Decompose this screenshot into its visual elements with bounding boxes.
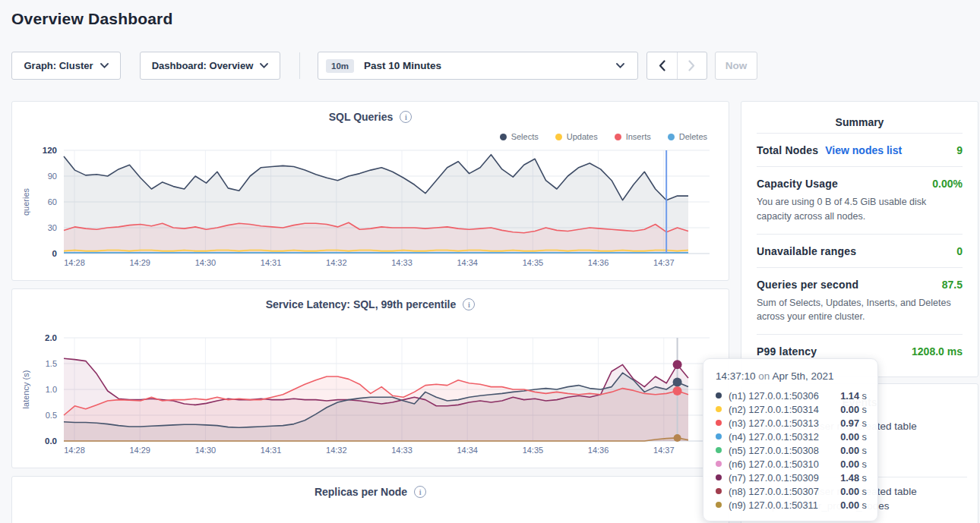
legend-item-deletes[interactable]: Deletes <box>668 132 707 141</box>
tooltip-node-row: (n5) 127.0.0.1:503080.00 s <box>716 443 867 457</box>
chevron-left-icon <box>659 60 665 71</box>
legend-dot <box>555 134 562 140</box>
node-address: (n5) 127.0.0.1:50308 <box>729 445 819 456</box>
tooltip-node-row: (n2) 127.0.0.1:503140.00 s <box>716 402 867 416</box>
tooltip-node-row: (n3) 127.0.0.1:503130.97 s <box>716 416 867 430</box>
dashboard-selector-label: Dashboard: Overview <box>152 60 254 71</box>
svg-text:14:29: 14:29 <box>129 446 150 455</box>
summary-panel: Summary Total Nodes View nodes list 9 Ca… <box>741 101 978 377</box>
dashboard-selector-dropdown[interactable]: Dashboard: Overview <box>140 52 280 80</box>
qps-value: 87.5 <box>942 279 963 291</box>
info-icon[interactable]: i <box>414 486 426 498</box>
legend-dot <box>500 134 507 140</box>
time-range-label: Past 10 Minutes <box>364 60 441 71</box>
svg-text:14:37: 14:37 <box>653 446 675 455</box>
unavailable-ranges-label: Unavailable ranges <box>757 245 856 257</box>
svg-text:0: 0 <box>52 249 57 258</box>
svg-text:14:33: 14:33 <box>391 258 413 267</box>
node-latency-value: 0.00 s <box>840 431 867 443</box>
chevron-right-icon <box>688 60 695 71</box>
chart-hover-tooltip: 14:37:10 on Apr 5th, 2021 (n1) 127.0.0.1… <box>703 358 878 521</box>
node-address: (n1) 127.0.0.1:50306 <box>729 390 819 402</box>
next-range-button[interactable] <box>677 52 707 79</box>
svg-text:14:29: 14:29 <box>129 258 150 267</box>
unavailable-ranges-value: 0 <box>956 245 963 257</box>
legend-dot <box>668 134 675 140</box>
tooltip-node-row: (n7) 127.0.0.1:503091.48 s <box>716 471 867 484</box>
controls-divider <box>299 52 300 79</box>
node-latency-value: 0.00 s <box>840 486 867 497</box>
view-nodes-list-link[interactable]: View nodes list <box>825 144 902 156</box>
series-color-dot <box>716 474 722 480</box>
svg-text:14:35: 14:35 <box>523 258 544 267</box>
svg-text:14:33: 14:33 <box>391 446 413 455</box>
tooltip-node-row: (n1) 127.0.0.1:503061.14 s <box>716 389 867 402</box>
summary-row-qps: Queries per second 87.5 Sum of Selects, … <box>757 267 963 335</box>
legend-item-updates[interactable]: Updates <box>555 132 598 141</box>
svg-text:14:31: 14:31 <box>261 446 282 455</box>
sql-queries-chart[interactable]: 030609012014:2814:2914:3014:3114:3214:33… <box>12 102 729 280</box>
svg-text:1.0: 1.0 <box>46 385 57 394</box>
chevron-down-icon <box>260 63 268 68</box>
capacity-usage-value: 0.00% <box>932 178 963 190</box>
svg-text:14:31: 14:31 <box>261 258 282 267</box>
overview-dashboard-page: Overview Dashboard Graph: Cluster Dashbo… <box>0 0 980 523</box>
summary-row-total-nodes: Total Nodes View nodes list 9 <box>757 133 963 166</box>
node-latency-value: 0.97 s <box>840 417 867 429</box>
svg-text:14:35: 14:35 <box>523 446 544 455</box>
replicas-per-node-panel: Replicas per Node i <box>11 476 729 523</box>
previous-range-button[interactable] <box>647 52 677 79</box>
chart-title: SQL Queries <box>329 111 394 123</box>
node-address: (n3) 127.0.0.1:50313 <box>729 417 819 429</box>
svg-text:60: 60 <box>48 197 57 206</box>
legend-item-selects[interactable]: Selects <box>500 132 539 141</box>
node-address: (n7) 127.0.0.1:50309 <box>729 472 819 484</box>
series-color-dot <box>716 461 722 467</box>
service-latency-chart[interactable]: 0.00.51.01.52.014:2814:2914:3014:3114:32… <box>12 289 729 468</box>
summary-row-capacity: Capacity Usage 0.00% You are using 0 B o… <box>757 166 963 234</box>
node-address: (n6) 127.0.0.1:50310 <box>729 458 819 470</box>
legend-item-inserts[interactable]: Inserts <box>615 132 651 141</box>
page-title: Overview Dashboard <box>11 10 173 28</box>
svg-text:queries: queries <box>21 187 30 216</box>
chart-title: Replicas per Node <box>315 486 407 498</box>
tooltip-node-row: (n8) 127.0.0.1:503070.00 s <box>716 484 867 498</box>
info-icon[interactable]: i <box>463 298 475 310</box>
tooltip-node-row: (n6) 127.0.0.1:503100.00 s <box>716 457 867 471</box>
series-color-dot <box>716 488 722 494</box>
qps-description: Sum of Selects, Updates, Inserts, and De… <box>757 296 963 325</box>
svg-text:2.0: 2.0 <box>45 333 57 342</box>
node-address: (n2) 127.0.0.1:50314 <box>729 404 819 415</box>
node-address: (n9) 127.0.0.1:50311 <box>729 499 818 511</box>
info-icon[interactable]: i <box>400 111 412 123</box>
node-address: (n4) 127.0.0.1:50312 <box>729 431 819 443</box>
svg-text:latency (s): latency (s) <box>21 370 30 409</box>
graph-selector-dropdown[interactable]: Graph: Cluster <box>11 52 121 80</box>
node-latency-value: 0.00 s <box>840 445 867 456</box>
chevron-down-icon <box>616 63 624 68</box>
time-range-dropdown[interactable]: 10m Past 10 Minutes <box>318 52 638 80</box>
svg-text:14:28: 14:28 <box>64 446 85 455</box>
summary-title: Summary <box>757 102 963 133</box>
node-address: (n8) 127.0.0.1:50307 <box>729 486 819 497</box>
series-color-dot <box>716 392 722 399</box>
capacity-usage-description: You are using 0 B of 4.5 GiB usable disk… <box>757 195 963 224</box>
series-color-dot <box>716 406 722 412</box>
series-color-dot <box>716 502 722 508</box>
svg-text:14:30: 14:30 <box>195 446 217 455</box>
now-button[interactable]: Now <box>715 52 757 80</box>
total-nodes-label: Total Nodes <box>757 144 818 156</box>
svg-text:14:34: 14:34 <box>457 258 478 267</box>
svg-text:1.5: 1.5 <box>46 359 57 368</box>
chart-legend: SelectsUpdatesInsertsDeletes <box>500 132 707 141</box>
svg-text:14:28: 14:28 <box>64 258 85 267</box>
series-color-dot <box>716 420 722 426</box>
series-color-dot <box>716 433 722 440</box>
time-range-badge: 10m <box>326 59 354 73</box>
svg-text:30: 30 <box>48 223 57 232</box>
chevron-down-icon <box>100 63 109 68</box>
time-pager <box>646 52 707 80</box>
qps-label: Queries per second <box>757 279 858 291</box>
svg-text:14:36: 14:36 <box>588 446 609 455</box>
node-latency-value: 0.00 s <box>840 499 867 511</box>
